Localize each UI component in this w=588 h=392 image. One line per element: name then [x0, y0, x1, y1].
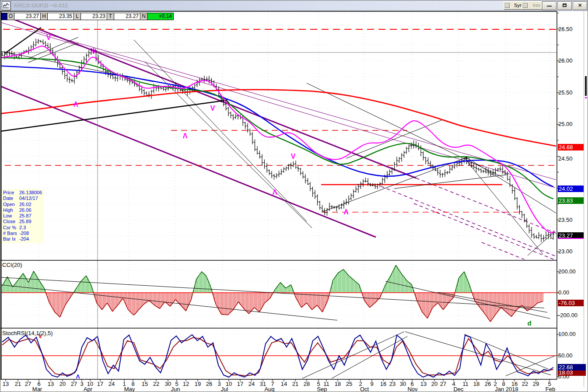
- stoch-axis-tick: 50.00: [558, 352, 585, 359]
- price-axis-tick: 25.50: [558, 89, 585, 96]
- month-axis-label: May: [124, 386, 135, 392]
- date-axis-tick: 29: [533, 381, 539, 387]
- scrollbar-thumb[interactable]: [585, 76, 587, 96]
- info-row: Date04/12/17: [3, 196, 42, 201]
- quote-field-value: 23.27: [14, 13, 41, 20]
- month-axis-label: Mar: [32, 386, 42, 392]
- price-axis-tick: 23.50: [558, 217, 585, 223]
- info-row: Csr %2.3: [3, 225, 42, 231]
- sym-button-icon: [505, 3, 510, 8]
- window-title: ARCX:UUP,D ~: [14, 2, 53, 9]
- month-axis-label: Jan 2018: [495, 386, 518, 392]
- intv-button-label: Intv: [533, 3, 541, 8]
- quote-field-label: O: [7, 13, 14, 20]
- price-axis-tick: 25.00: [558, 121, 585, 127]
- date-axis-tick: 21: [292, 381, 298, 387]
- date-axis-tick: 28: [304, 381, 310, 387]
- date-axis-tick: 15: [142, 381, 148, 387]
- date-axis-tick: 26: [206, 381, 212, 387]
- date-axis-tick: 27: [25, 381, 31, 387]
- price-flag: 24.68: [558, 144, 586, 150]
- date-axis-tick: 30: [400, 381, 406, 387]
- close-button[interactable]: ✕: [573, 1, 587, 10]
- month-axis-label: Oct: [360, 386, 369, 392]
- chart-canvas[interactable]: VVVVΛΛΛΛ×dVΛ: [0, 0, 588, 392]
- info-row: # Bars-208: [3, 231, 42, 236]
- quote-field-label: L: [74, 13, 81, 20]
- date-axis-tick: 27: [71, 381, 77, 387]
- date-axis-tick: 3: [217, 381, 220, 387]
- quote-field-value: 23.23: [81, 13, 107, 20]
- date-axis-tick: 13: [3, 381, 9, 387]
- date-axis-tick: 9: [370, 381, 373, 387]
- date-axis-tick: 20: [60, 381, 66, 387]
- quote-field-label: H: [41, 13, 48, 20]
- date-axis-tick: 25: [346, 381, 352, 387]
- month-axis-label: Nov: [407, 386, 417, 392]
- date-axis-tick: 26: [485, 381, 491, 387]
- date-axis-tick: 12: [183, 381, 189, 387]
- date-axis-tick: 27: [440, 381, 446, 387]
- price-flag: 23.27: [558, 232, 586, 239]
- info-row: Open26.02: [3, 202, 42, 207]
- date-axis-tick: 14: [281, 381, 287, 387]
- month-axis-label: Apr: [84, 386, 92, 392]
- signal-marker: ×: [465, 155, 468, 161]
- signal-marker: Λ: [344, 208, 349, 216]
- close-icon: ✕: [578, 3, 582, 8]
- month-axis-label: Sep: [317, 386, 327, 392]
- signal-marker: Λ: [273, 189, 277, 196]
- maximize-icon: [563, 4, 567, 7]
- date-axis-tick: 30: [165, 381, 171, 387]
- date-axis-tick: 24: [108, 381, 115, 387]
- minimize-icon: [547, 6, 552, 7]
- date-axis-tick: 17: [97, 381, 103, 387]
- price-axis-tick: 26.00: [558, 57, 585, 64]
- right-edge-strip: [584, 11, 588, 387]
- chart-glyph-icon: [2, 2, 10, 9]
- cci-indicator-label: CCI(20): [2, 262, 22, 268]
- info-row: Bar Ix-204: [3, 236, 42, 242]
- minimize-button[interactable]: [542, 1, 556, 10]
- title-bar: ARCX:UUP,D ~ -0.011 Sym Intv ✕: [0, 0, 588, 11]
- quote-strip-marker: [2, 13, 7, 20]
- month-axis-label: Jul: [221, 386, 228, 392]
- date-axis-tick: 22: [153, 381, 159, 387]
- quote-field-value: +0.14: [147, 13, 173, 20]
- date-axis-tick: 13: [48, 381, 54, 387]
- signal-marker: d: [527, 319, 531, 327]
- date-axis-tick: 17: [237, 381, 243, 387]
- price-axis-tick: 24.50: [558, 155, 585, 162]
- cci-axis-tick: 0.00: [558, 289, 585, 296]
- crosshair-edge-marker: [585, 97, 587, 98]
- date-axis-tick: 20: [431, 381, 438, 387]
- signal-marker: V: [291, 153, 296, 160]
- signal-marker: Λ: [183, 132, 188, 140]
- stoch-axis-tick: 100.00: [558, 331, 585, 337]
- window-title-change: -0.011: [52, 2, 68, 9]
- cci-value-flag: -76.03: [558, 300, 586, 306]
- date-axis-tick: 13: [420, 381, 427, 387]
- maximize-button[interactable]: [557, 1, 572, 10]
- month-axis-label: Dec: [453, 386, 463, 392]
- signal-marker: V: [91, 48, 96, 55]
- quote-field-label: T: [107, 13, 114, 20]
- date-axis-tick: 16: [380, 381, 386, 387]
- intv-button-icon: [523, 3, 528, 8]
- price-axis-tick: 26.50: [558, 26, 585, 32]
- app-icon: [2, 1, 11, 10]
- stochrsi-indicator-label: StochRSI(14,1(2),5): [2, 330, 53, 336]
- cci-axis-tick: -200.00: [558, 312, 585, 318]
- quote-field-label: N: [140, 13, 147, 20]
- cursor-info-panel: Price26.138006Date04/12/17Open26.02High2…: [2, 189, 44, 243]
- date-axis-tick: 21: [15, 381, 21, 387]
- signal-marker: V: [210, 105, 215, 112]
- date-axis-tick: 3: [80, 381, 83, 387]
- price-flag: 24.02: [558, 186, 586, 192]
- date-axis-tick: 18: [335, 381, 341, 387]
- info-row: Low25.87: [3, 213, 42, 219]
- date-axis-tick: 18: [473, 381, 480, 387]
- date-axis-tick: 24: [248, 381, 255, 387]
- app-window: VVVVΛΛΛΛ×dVΛ ARCX:UUP,D ~ -0.011 Sym Int…: [0, 0, 588, 392]
- month-axis-label: Feb: [546, 386, 555, 392]
